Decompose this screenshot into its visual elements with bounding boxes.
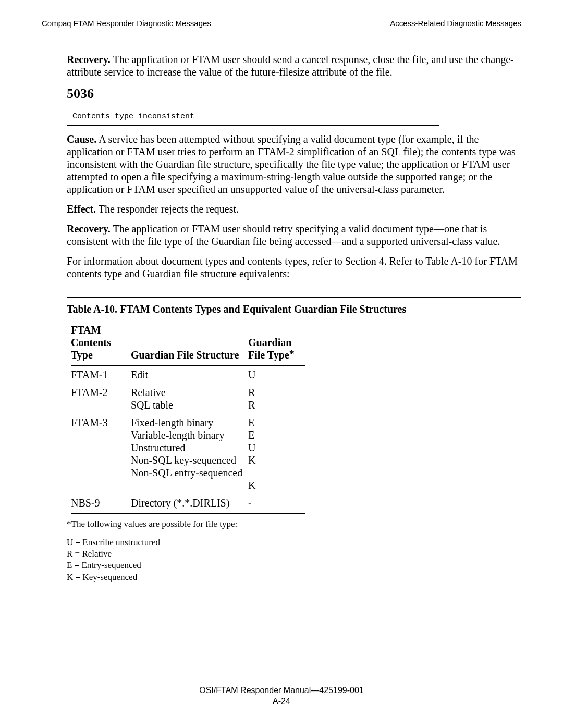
footer-main: OSI/FTAM Responder Manual—425199-001 (199, 686, 363, 695)
more-info-paragraph: For information about document types and… (67, 255, 521, 280)
footnote-r: R = Relative (67, 549, 521, 559)
footnote-u: U = Enscribe unstructured (67, 537, 521, 548)
table-rule (67, 297, 521, 298)
message-box: Contents type inconsistent (67, 108, 439, 126)
table-row: FTAM-2 Relative SQL table R R (71, 384, 305, 414)
recovery-label: Recovery. (67, 54, 111, 65)
recovery-paragraph-2: Recovery. The application or FTAM user s… (67, 223, 521, 248)
cause-label: Cause. (67, 133, 96, 145)
recovery2-text: The application or FTAM user should retr… (67, 223, 500, 247)
effect-label: Effect. (67, 203, 96, 215)
recovery-text: The application or FTAM user should send… (67, 54, 514, 78)
asterisk-icon: * (289, 348, 295, 360)
table-row: NBS-9 Directory (*.*.DIRLIS) - (71, 494, 305, 514)
effect-paragraph: Effect. The responder rejects the reques… (67, 203, 521, 215)
page-header: Compaq FTAM Responder Diagnostic Message… (42, 19, 521, 28)
header-left: Compaq FTAM Responder Diagnostic Message… (42, 19, 211, 28)
cause-text: A service has been attempted without spe… (67, 133, 516, 195)
effect-text: The responder rejects the request. (96, 203, 239, 215)
contents-type-table: FTAM Contents Type Guardian File Structu… (71, 320, 305, 514)
recovery-paragraph-1: Recovery. The application or FTAM user s… (67, 53, 521, 78)
th-contents-type: FTAM Contents Type (71, 320, 131, 366)
table-title: Table A-10. FTAM Contents Types and Equi… (67, 303, 521, 315)
footnote-lead: *The following values are possible for f… (67, 519, 521, 529)
table-row: FTAM-1 Edit U (71, 366, 305, 384)
th-file-type: Guardian File Type* (248, 320, 305, 366)
footnote-k: K = Key-sequenced (67, 572, 521, 583)
footnote-e: E = Entry-sequenced (67, 560, 521, 571)
footnotes: *The following values are possible for f… (67, 519, 521, 583)
section-number: 5036 (67, 85, 521, 102)
table-a10: Table A-10. FTAM Contents Types and Equi… (67, 297, 521, 514)
th-file-structure: Guardian File Structure (131, 320, 248, 366)
page-footer: OSI/FTAM Responder Manual—425199-001 A-2… (0, 685, 563, 706)
footer-page: A-24 (0, 696, 563, 706)
header-right: Access-Related Diagnostic Messages (390, 19, 521, 28)
recovery2-label: Recovery. (67, 223, 111, 235)
cause-paragraph: Cause. A service has been attempted with… (67, 133, 521, 195)
body-content: Recovery. The application or FTAM user s… (42, 53, 521, 583)
table-row: FTAM-3 Fixed-length binary Variable-leng… (71, 414, 305, 494)
